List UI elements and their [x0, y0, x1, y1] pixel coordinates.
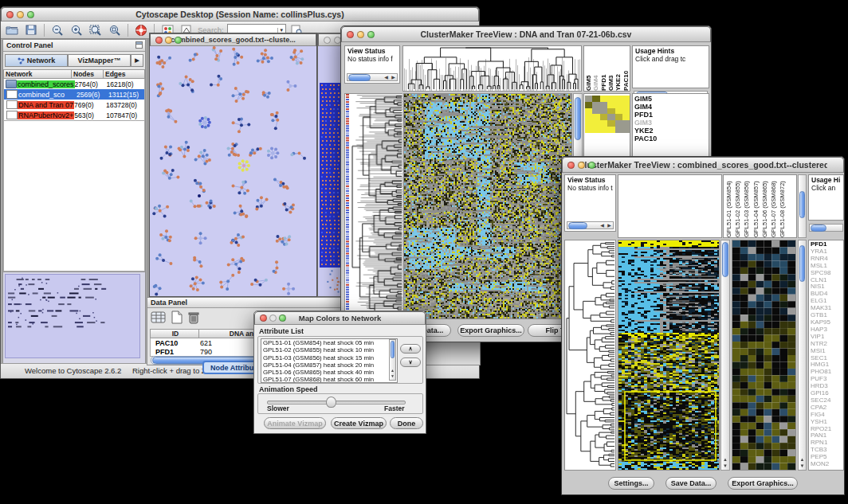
gene-label[interactable]: GIM4 — [634, 103, 709, 111]
gene-label[interactable]: MSL1 — [811, 263, 843, 270]
scroll-right-icon[interactable]: ▶ — [390, 74, 397, 80]
gene-label[interactable]: CPA2 — [811, 404, 843, 412]
network-list-item[interactable]: combined_scores2764(0)16218(0) — [4, 79, 144, 89]
col-id[interactable]: ID — [150, 329, 199, 338]
column-labels-vscrollbar[interactable] — [798, 174, 807, 238]
minimize-button[interactable] — [357, 31, 364, 38]
scrollbar-thumb[interactable] — [568, 222, 587, 229]
save-session-icon[interactable] — [23, 23, 39, 37]
network-canvas[interactable] — [150, 46, 316, 296]
new-attribute-icon[interactable] — [171, 311, 183, 327]
open-file-icon[interactable] — [4, 23, 20, 37]
treeview-combined-title-bar[interactable]: ClusterMaker TreeView : combined_scores_… — [562, 157, 844, 173]
done-button[interactable]: Done — [390, 417, 423, 429]
gene-label[interactable]: BUD4 — [811, 291, 843, 298]
view-status-hscrollbar[interactable]: ◀ ▶ — [347, 73, 398, 81]
matrix-cell[interactable] — [622, 127, 630, 133]
matrix-cell[interactable] — [615, 127, 622, 133]
gene-label[interactable]: MON2 — [811, 461, 843, 468]
network-overview-thumbnail[interactable] — [5, 274, 140, 358]
column-label[interactable]: GIM4 — [592, 46, 599, 91]
matrix-cell[interactable] — [600, 114, 607, 120]
gene-label[interactable]: CLN1 — [811, 277, 843, 284]
zoom-button[interactable] — [175, 37, 182, 44]
column-label[interactable]: GPL51-06 (GSM865) — [761, 175, 770, 237]
window-controls[interactable] — [6, 11, 34, 18]
dialog-title-bar[interactable]: Map Colors to Network — [254, 311, 426, 325]
animate-vizmap-button[interactable]: Animate Vizmap — [264, 417, 326, 429]
gene-label[interactable]: KAP95 — [811, 319, 843, 326]
minimize-button[interactable] — [17, 11, 24, 18]
column-label[interactable]: GPL51-02 (GSM855) — [734, 175, 743, 237]
matrix-cell[interactable] — [592, 108, 599, 115]
move-up-button[interactable]: ∧ — [400, 344, 421, 354]
attribute-list-item[interactable]: GPL51-06 (GSM865) heat shock 40 min — [261, 369, 397, 376]
column-label[interactable]: GPL51-01 (GSM854) — [725, 175, 734, 237]
gene-label[interactable]: PAN1 — [811, 432, 843, 440]
zoom-button[interactable] — [367, 31, 375, 38]
settings-button[interactable]: Settings... — [608, 477, 654, 490]
attribute-list-item[interactable]: GPL51-02 (GSM855) heat shock 10 min — [261, 346, 397, 354]
zoom-vscrollbar[interactable]: ▲ ▼ — [798, 240, 807, 471]
matrix-cell[interactable] — [615, 114, 622, 120]
matrix-cell[interactable] — [592, 96, 599, 102]
column-dendrogram[interactable] — [403, 46, 581, 91]
gene-label[interactable]: GTB1 — [811, 312, 843, 319]
gene-label[interactable]: RPN1 — [811, 440, 843, 447]
scroll-down-icon[interactable]: ▼ — [799, 463, 806, 469]
matrix-cell[interactable] — [615, 96, 622, 102]
tab-vizmapper[interactable]: VizMapper™ — [68, 54, 131, 67]
column-label[interactable]: GPL51-04 (GSM857) — [752, 175, 761, 237]
gene-label[interactable]: NTR2 — [811, 341, 843, 348]
close-button[interactable] — [155, 37, 163, 44]
gene-label[interactable]: TCB3 — [811, 447, 843, 454]
matrix-cell[interactable] — [607, 108, 614, 115]
matrix-cell[interactable] — [607, 114, 614, 120]
scroll-down-icon[interactable]: ▼ — [390, 373, 395, 379]
matrix-cell[interactable] — [585, 114, 592, 120]
matrix-cell[interactable] — [592, 120, 599, 127]
speed-slider-thumb[interactable] — [326, 397, 336, 408]
matrix-cell[interactable] — [607, 96, 614, 102]
gene-label[interactable]: RPO21 — [811, 426, 843, 433]
matrix-cell[interactable] — [622, 108, 630, 115]
close-button[interactable] — [260, 315, 267, 322]
scrollbar-thumb[interactable] — [575, 97, 581, 140]
gene-label[interactable]: YKE2 — [634, 127, 709, 135]
gene-label[interactable]: YSH1 — [811, 419, 843, 426]
gene-label[interactable]: HMG1 — [811, 361, 843, 369]
matrix-cell[interactable] — [592, 102, 599, 108]
float-panel-icon[interactable] — [135, 41, 143, 50]
column-label[interactable]: YKE2 — [614, 46, 622, 91]
close-button[interactable] — [324, 37, 331, 44]
chevron-down-icon[interactable]: ▼ — [277, 28, 285, 33]
column-label[interactable]: GIM3 — [607, 46, 614, 91]
matrix-cell[interactable] — [615, 102, 622, 108]
gene-label[interactable]: HAP3 — [811, 326, 843, 334]
zoom-out-icon[interactable] — [49, 23, 65, 37]
view-status-hscrollbar[interactable]: ◀ ▶ — [567, 221, 614, 229]
zoom-button[interactable] — [588, 162, 595, 169]
attribute-list-item[interactable]: GPL51-03 (GSM856) heat shock 15 min — [261, 354, 397, 361]
matrix-cell[interactable] — [585, 120, 592, 127]
matrix-cell[interactable] — [585, 127, 592, 133]
matrix-cell[interactable] — [622, 96, 630, 102]
matrix-cell[interactable] — [607, 127, 614, 133]
help-lifering-icon[interactable] — [133, 23, 149, 37]
scrollbar-thumb[interactable] — [722, 242, 728, 277]
gene-label[interactable]: PUF3 — [811, 376, 843, 383]
matrix-cell[interactable] — [607, 102, 614, 108]
column-label[interactable]: GIM5 — [585, 46, 592, 91]
close-button[interactable] — [567, 162, 575, 169]
gene-label[interactable]: PFD1 — [634, 111, 709, 119]
network-list-item[interactable]: RNAPuberNov2+563(0)107847(0) — [4, 110, 144, 120]
gene-label[interactable]: GPI16 — [811, 390, 843, 397]
matrix-cell[interactable] — [622, 114, 630, 120]
column-label[interactable]: PAC10 — [622, 46, 630, 91]
save-data-button[interactable]: Save Data... — [665, 477, 716, 490]
col-nodes[interactable]: Nodes — [72, 69, 104, 79]
minimize-button[interactable] — [165, 37, 172, 44]
attribute-list[interactable]: GPL51-01 (GSM854) heat shock 05 minGPL51… — [261, 338, 398, 383]
scroll-down-icon[interactable]: ▼ — [721, 463, 729, 469]
network-window-title-bar[interactable]: combined_scores_good.txt--cluste... — [150, 33, 316, 46]
